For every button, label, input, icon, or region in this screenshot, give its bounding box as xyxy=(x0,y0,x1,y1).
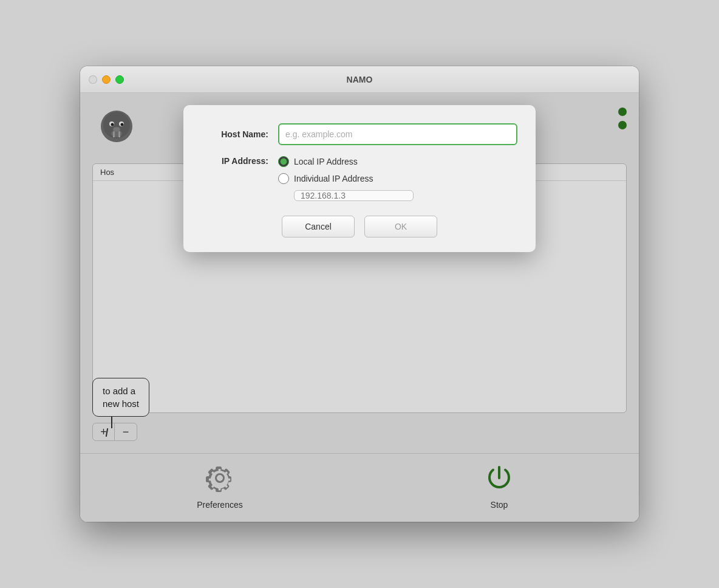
local-ip-label: Local IP Address xyxy=(294,157,358,166)
local-ip-radio[interactable] xyxy=(278,156,289,167)
ok-button[interactable]: OK xyxy=(364,216,437,238)
cancel-button[interactable]: Cancel xyxy=(282,216,355,238)
individual-ip-row: Individual IP Address xyxy=(278,173,414,184)
ip-radio-group: Local IP Address Individual IP Address xyxy=(278,156,414,201)
local-ip-row: Local IP Address xyxy=(278,156,414,167)
titlebar: NAMO xyxy=(80,66,639,93)
maximize-button[interactable] xyxy=(115,75,124,84)
window-title: NAMO xyxy=(347,75,373,84)
individual-ip-radio[interactable] xyxy=(278,173,289,184)
host-name-input[interactable] xyxy=(278,123,517,145)
traffic-lights xyxy=(89,75,124,84)
ip-address-row: IP Address: Local IP Address Individual … xyxy=(202,156,517,201)
minimize-button[interactable] xyxy=(102,75,111,84)
window-content: Hos to add anew host + − xyxy=(80,93,639,522)
host-name-row: Host Name: xyxy=(202,123,517,145)
main-window: NAMO xyxy=(80,66,639,522)
host-name-label: Host Name: xyxy=(202,129,268,139)
ip-address-label: IP Address: xyxy=(202,156,268,166)
modal-buttons: Cancel OK xyxy=(202,216,517,238)
individual-ip-label: Individual IP Address xyxy=(294,174,373,183)
ip-address-input[interactable] xyxy=(294,190,414,201)
add-host-modal: Host Name: IP Address: Local IP Address … xyxy=(183,105,536,252)
modal-overlay: Host Name: IP Address: Local IP Address … xyxy=(80,93,639,522)
close-button[interactable] xyxy=(89,75,97,84)
